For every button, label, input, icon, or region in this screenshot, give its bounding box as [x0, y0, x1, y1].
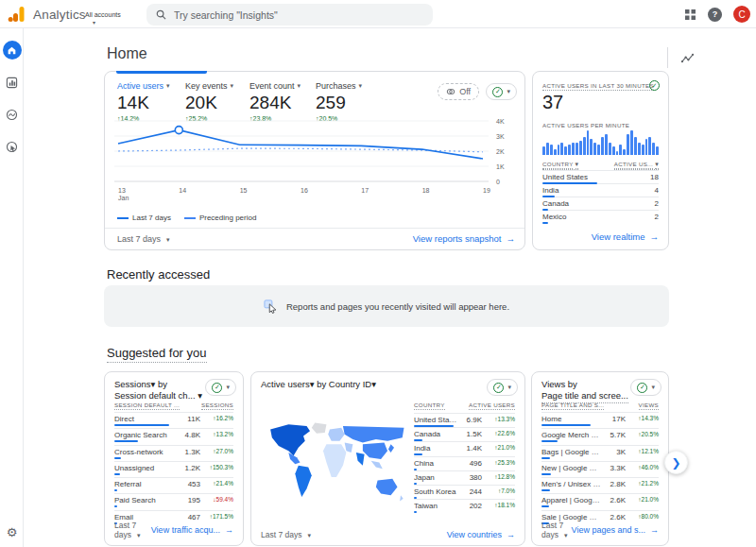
- check-circle-icon: ✓: [493, 383, 504, 393]
- table-row: United States6.9K↑13.3%: [414, 413, 515, 427]
- per-minute-label: ACTIVE USERS PER MINUTE: [542, 122, 629, 128]
- svg-text:2K: 2K: [496, 148, 505, 155]
- table-row: Cross-network1.3K↑27.0%: [114, 445, 233, 461]
- svg-text:13: 13: [118, 187, 126, 194]
- page-title: Home: [107, 45, 147, 62]
- minute-bar: [554, 149, 557, 156]
- dimension-column-header: COUNTRY: [414, 402, 445, 410]
- table-row: Mexico2: [542, 210, 659, 223]
- check-circle-icon: ✓: [492, 87, 503, 97]
- admin-gear-icon[interactable]: ⚙: [0, 521, 24, 543]
- world-map: [263, 419, 409, 510]
- explore-icon: [6, 109, 18, 121]
- svg-text:1K: 1K: [496, 163, 505, 170]
- table-row: Canada1.5K↑22.6%: [414, 427, 515, 441]
- sidebar-item-reports[interactable]: [0, 66, 24, 98]
- apps-grid-icon[interactable]: [684, 9, 696, 21]
- avatar[interactable]: C: [733, 6, 750, 23]
- svg-text:15: 15: [240, 187, 248, 194]
- carousel-next-button[interactable]: ❯: [664, 451, 688, 474]
- insights-sparkline-icon: [680, 52, 695, 64]
- chevron-down-icon: ▾: [651, 384, 655, 391]
- suggested-heading: Suggested for you: [107, 346, 207, 360]
- chevron-down-icon: ▾: [507, 384, 511, 391]
- table-row: Unassigned1.2K↑150.3%: [114, 461, 233, 477]
- sidebar-item-home[interactable]: [0, 34, 24, 66]
- trend-line-chart: 01K2K3K4K13Jan141516171819: [109, 115, 523, 210]
- table-row: Direct11K↑16.2%: [114, 412, 233, 428]
- chevron-down-icon: ▾: [226, 384, 230, 391]
- view-reports-snapshot-link[interactable]: View reports snapshot: [413, 233, 515, 244]
- search-input[interactable]: [174, 9, 401, 21]
- top-header: Analytics All accounts ▾ ? C: [0, 0, 756, 28]
- search-bar[interactable]: [146, 4, 433, 26]
- table-row: Paid Search195↓59.4%: [114, 493, 233, 509]
- card-title[interactable]: Active users▾ by Country ID▾: [261, 379, 376, 390]
- per-minute-bar-sparkline: [542, 130, 659, 155]
- date-range-selector[interactable]: Last 7 days: [117, 234, 170, 244]
- minute-bar: [656, 146, 659, 155]
- realtime-card: ACTIVE USERS IN LAST 30 MINUTES ✓ 37 ACT…: [532, 71, 669, 250]
- table-row: Canada2: [542, 197, 659, 210]
- card-title[interactable]: Views by Page title and scree...: [541, 379, 628, 402]
- minute-bar: [612, 146, 615, 155]
- svg-text:19: 19: [483, 187, 490, 194]
- table-row: Referral453↑21.4%: [114, 477, 233, 493]
- minute-bar: [579, 141, 582, 155]
- countries-table: United States6.9K↑13.3%Canada1.5K↑22.6%I…: [414, 413, 515, 513]
- metric-column-header: VIEWS: [639, 402, 659, 410]
- comparison-toggle[interactable]: Off: [438, 83, 479, 100]
- date-range-selector[interactable]: Last 7 days: [114, 521, 151, 539]
- metric-column-header: SESSIONS: [201, 402, 233, 410]
- minute-bar: [609, 143, 611, 155]
- active-users-by-country-card: Active users▾ by Country ID▾ ✓ ▾ COUNTRY…: [250, 371, 525, 546]
- comparison-icon: [446, 87, 455, 96]
- date-range-selector[interactable]: Last 7 days: [261, 530, 311, 539]
- minute-bar: [634, 137, 637, 156]
- help-icon[interactable]: ?: [708, 8, 722, 22]
- view-countries-link[interactable]: View countries: [447, 530, 515, 539]
- active-users-column-header[interactable]: ACTIVE US... ▾: [614, 161, 659, 170]
- table-row: China496↑25.3%: [414, 456, 515, 470]
- minute-bar: [619, 145, 622, 155]
- data-quality-dropdown[interactable]: ✓ ▾: [486, 83, 517, 100]
- minute-bar: [652, 143, 655, 155]
- sessions-by-channel-card: Sessions▾ by Session default ch... ▾ ✓ ▾…: [104, 371, 244, 546]
- minute-bar: [616, 151, 619, 155]
- minute-bar: [550, 145, 553, 155]
- advertising-icon: [6, 141, 18, 153]
- views-by-page-card: Views by Page title and scree... ✓ ▾ PAG…: [531, 371, 669, 546]
- data-quality-dropdown[interactable]: ✓ ▾: [630, 379, 662, 396]
- account-switcher[interactable]: All accounts ▾: [85, 4, 121, 26]
- minute-bar: [601, 137, 604, 156]
- view-realtime-link[interactable]: View realtime: [592, 231, 659, 242]
- sidebar-item-advertising[interactable]: [0, 130, 24, 162]
- table-row: New | Google Merch ...3.3K↑46.0%: [541, 461, 659, 477]
- minute-bar: [645, 139, 648, 155]
- minute-bar: [627, 134, 629, 155]
- dimension-column-header: PAGE TITLE AND S...: [541, 402, 604, 410]
- svg-text:16: 16: [301, 187, 308, 194]
- analytics-logo-icon: [8, 5, 26, 24]
- check-circle-icon: ✓: [649, 80, 660, 91]
- insights-button[interactable]: [667, 47, 697, 68]
- date-range-selector[interactable]: Last 7 days: [541, 521, 572, 539]
- table-row: South Korea244↑7.0%: [414, 485, 515, 499]
- view-traffic-acquisition-link[interactable]: View traffic acqu...: [151, 525, 233, 535]
- realtime-active-users-value: 37: [542, 92, 563, 113]
- table-row: India4: [542, 183, 659, 197]
- minute-bar: [642, 145, 644, 155]
- country-column-header[interactable]: COUNTRY ▾: [542, 161, 578, 170]
- card-title[interactable]: Sessions▾ by Session default ch... ▾: [114, 379, 202, 402]
- minute-bar: [638, 143, 641, 155]
- svg-text:14: 14: [179, 187, 186, 194]
- minute-bar: [542, 146, 545, 155]
- data-quality-dropdown[interactable]: ✓ ▾: [487, 379, 518, 396]
- data-quality-dropdown[interactable]: ✓ ▾: [205, 379, 236, 396]
- minute-bar: [572, 143, 575, 155]
- sidebar-item-explore[interactable]: [0, 98, 24, 130]
- view-pages-link[interactable]: View pages and s...: [572, 525, 659, 535]
- minute-bar: [590, 139, 593, 155]
- active-tab-indicator: [116, 71, 207, 74]
- sessions-table: Direct11K↑16.2%Organic Search4.8K↑13.2%C…: [114, 412, 233, 526]
